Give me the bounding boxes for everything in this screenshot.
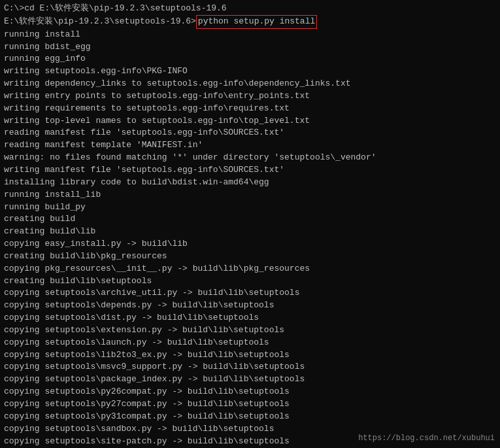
terminal-line: installing library code to build\bdist.w… [4,177,496,189]
terminal-line: copying setuptools\extension.py -> build… [4,324,496,337]
terminal-line: warning: no files found matching '*' und… [4,152,496,164]
terminal-line: running install_lib [4,189,496,201]
terminal-line: copying setuptools\depends.py -> build\l… [4,300,496,312]
cmd-prefix: E:\软件安装\pip-19.2.3\setuptools-19.6> [4,16,196,28]
terminal-line: reading manifest template 'MANIFEST.in' [4,139,496,152]
terminal-line: copying setuptools\py27compat.py -> buil… [4,398,496,411]
terminal-line: creating build\lib [4,226,496,238]
terminal-line: creating build\lib\setuptools [4,275,496,288]
terminal-line: running egg_info [4,53,496,65]
terminal-line: writing requirements to setuptools.egg-i… [4,103,496,115]
terminal-line: running install [4,29,496,41]
terminal-line: writing top-level names to setuptools.eg… [4,115,496,128]
terminal-line: reading manifest file 'setuptools.egg-in… [4,127,496,139]
terminal-line: copying setuptools\launch.py -> build\li… [4,337,496,349]
terminal-line: writing manifest file 'setuptools.egg-in… [4,164,496,177]
terminal-line: copying setuptools\lib2to3_ex.py -> buil… [4,349,496,362]
terminal-line: copying setuptools\dist.py -> build\lib\… [4,312,496,324]
terminal-line: creating build\lib\pkg_resources [4,250,496,263]
terminal-line: copying setuptools\msvc9_support.py -> b… [4,361,496,373]
terminal-line: copying easy_install.py -> build\lib [4,238,496,250]
cmd-highlighted: python setup.py install [196,15,317,29]
terminal-line: copying setuptools\py26compat.py -> buil… [4,386,496,398]
command-line: E:\软件安装\pip-19.2.3\setuptools-19.6>pytho… [4,15,496,29]
terminal-window: C:\>cd E:\软件安装\pip-19.2.3\setuptools-19.… [0,0,500,448]
terminal-line: copying setuptools\py31compat.py -> buil… [4,411,496,423]
terminal-line: writing setuptools.egg-info\PKG-INFO [4,65,496,78]
terminal-line: running build_py [4,201,496,214]
terminal-line: copying pkg_resources\__init__.py -> bui… [4,263,496,275]
terminal-line: copying setuptools\archive_util.py -> bu… [4,287,496,300]
terminal-line: copying setuptools\package_index.py -> b… [4,373,496,386]
terminal-line: writing entry points to setuptools.egg-i… [4,90,496,103]
terminal-line: running bdist_egg [4,41,496,54]
watermark-text: https://blog.csdn.net/xubuhui [358,434,495,443]
terminal-line: creating build [4,213,496,226]
terminal-line: C:\>cd E:\软件安装\pip-19.2.3\setuptools-19.… [4,3,496,15]
terminal-line: writing dependency_links to setuptools.e… [4,78,496,90]
